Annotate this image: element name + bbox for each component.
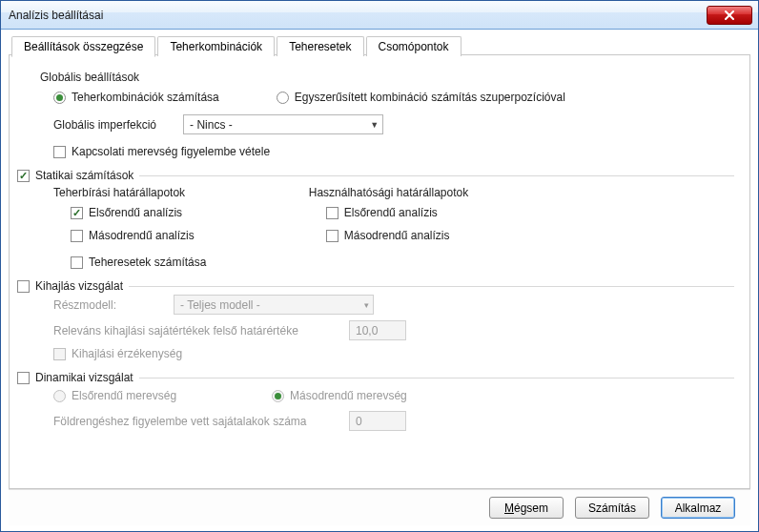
- radio-simplified-label: Egyszerűsített kombináció számítás szupe…: [295, 91, 565, 104]
- radio-dot-icon: [53, 390, 66, 402]
- tab-content: Globális beállítások Teherkombinációk sz…: [10, 55, 749, 440]
- divider: [129, 286, 734, 287]
- checkbox-icon: [53, 348, 66, 360]
- radio-simplified[interactable]: Egyszerűsített kombináció számítás szupe…: [277, 91, 565, 104]
- close-icon: [724, 10, 735, 20]
- eigen-limit-label: Releváns kihajlási sajátértékek felső ha…: [53, 324, 320, 338]
- window-title: Analízis beállításai: [9, 9, 103, 22]
- eigen-limit-value: 10,0: [356, 324, 378, 338]
- dialog-window: Analízis beállításai Beállítások összegz…: [0, 0, 759, 532]
- titlebar: Analízis beállításai: [1, 1, 758, 30]
- eigen-limit-input: 10,0: [349, 320, 406, 340]
- first-stiff-label: Elsőrendű merevség: [72, 389, 176, 402]
- radio-calc-combos-label: Teherkombinációk számítása: [72, 91, 219, 104]
- tabs-row: Beállítások összegzése Teherkombinációk …: [11, 36, 462, 56]
- cancel-label-rest: égsem: [514, 501, 548, 515]
- checkbox-icon: [71, 256, 83, 269]
- joint-stiffness-label: Kapcsolati merevség figyelembe vétele: [72, 145, 270, 158]
- radio-first-stiff: Elsőrendű merevség: [53, 389, 176, 402]
- tab-loadcases[interactable]: Teheresetek: [277, 36, 363, 56]
- calc-label: Számítás: [588, 501, 636, 515]
- buckling-sensitivity-label: Kihajlási érzékenység: [72, 347, 182, 360]
- checkbox-icon: [17, 170, 30, 182]
- modes-label: Földrengéshez figyelembe vett sajátalako…: [53, 415, 320, 428]
- second-stiff-label: Másodrendű merevség: [290, 389, 407, 402]
- imperfection-select[interactable]: - Nincs - ▼: [183, 114, 383, 134]
- uls-first-label: Elsőrendű analízis: [89, 206, 182, 219]
- imperfection-value: - Nincs -: [190, 118, 233, 132]
- checkbox-icon: [71, 207, 83, 219]
- group-global-title: Globális beállítások: [40, 71, 734, 84]
- calculate-button[interactable]: Számítás: [575, 497, 649, 519]
- checkbox-icon: [17, 372, 30, 384]
- check-joint-stiffness[interactable]: Kapcsolati merevség figyelembe vétele: [53, 145, 270, 158]
- calc-loadcases-label: Teheresetek számítása: [89, 256, 206, 269]
- partmodel-select: - Teljes modell - ▾: [174, 295, 374, 315]
- chevron-down-icon: ▾: [364, 300, 369, 310]
- checkbox-icon: [326, 207, 338, 219]
- cancel-button[interactable]: Mégsem: [489, 497, 564, 519]
- checkbox-icon: [53, 146, 66, 158]
- apply-label: Alkalmaz: [675, 501, 722, 515]
- close-button[interactable]: [707, 6, 752, 25]
- sls-first-label: Elsőrendű analízis: [344, 206, 438, 219]
- dynamic-title: Dinamikai vizsgálat: [35, 371, 133, 384]
- radio-calc-combos[interactable]: Teherkombinációk számítása: [53, 91, 219, 104]
- check-uls-second[interactable]: Másodrendű analízis: [71, 229, 195, 242]
- radio-dot-icon: [277, 92, 289, 104]
- checkbox-icon: [326, 230, 338, 242]
- tab-nodes[interactable]: Csomópontok: [366, 36, 462, 56]
- check-buckling[interactable]: Kihajlás vizsgálat: [17, 279, 123, 293]
- divider: [139, 175, 734, 176]
- check-calc-loadcases[interactable]: Teheresetek számítása: [71, 256, 206, 269]
- dialog-footer: Mégsem Számítás Alkalmaz: [9, 489, 750, 525]
- radio-dot-icon: [53, 92, 66, 104]
- chevron-down-icon: ▼: [370, 120, 379, 130]
- check-dynamic[interactable]: Dinamikai vizsgálat: [17, 371, 133, 384]
- apply-button[interactable]: Alkalmaz: [661, 497, 735, 519]
- radio-second-stiff: Másodrendű merevség: [272, 389, 407, 402]
- check-static[interactable]: Statikai számítások: [17, 169, 133, 182]
- tab-summary[interactable]: Beállítások összegzése: [11, 36, 155, 57]
- static-title: Statikai számítások: [35, 169, 133, 182]
- check-buckling-sensitivity: Kihajlási érzékenység: [53, 347, 182, 360]
- modes-input: 0: [349, 411, 406, 431]
- modes-value: 0: [356, 415, 362, 428]
- buckling-title: Kihajlás vizsgálat: [35, 279, 123, 293]
- radio-dot-icon: [272, 390, 284, 402]
- uls-second-label: Másodrendű analízis: [89, 229, 195, 242]
- check-sls-second[interactable]: Másodrendű analízis: [326, 229, 450, 242]
- check-uls-first[interactable]: Elsőrendű analízis: [71, 206, 182, 219]
- sls-second-label: Másodrendű analízis: [344, 229, 450, 242]
- checkbox-icon: [71, 230, 83, 242]
- partmodel-label: Részmodell:: [53, 298, 116, 312]
- divider: [139, 378, 734, 379]
- check-sls-first[interactable]: Elsőrendű analízis: [326, 206, 438, 219]
- partmodel-value: - Teljes modell -: [180, 298, 260, 312]
- sls-title: Használhatósági határállapotok: [309, 186, 468, 199]
- checkbox-icon: [17, 280, 30, 293]
- tab-panel: Beállítások összegzése Teherkombinációk …: [9, 54, 750, 489]
- imperfection-label: Globális imperfekció: [53, 118, 156, 132]
- dialog-body: Beállítások összegzése Teherkombinációk …: [1, 30, 758, 531]
- uls-title: Teherbírási határállapotok: [53, 186, 195, 199]
- tab-combinations[interactable]: Teherkombinációk: [157, 36, 275, 56]
